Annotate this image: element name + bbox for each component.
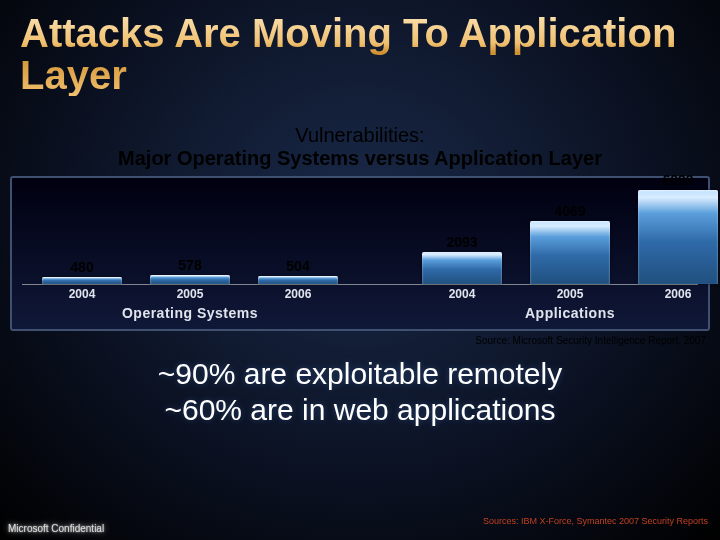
bar: 480 <box>42 277 122 284</box>
bar-value-label: 4069 <box>530 203 610 219</box>
bar-value-label: 6099 <box>638 172 718 188</box>
source-bottom: Sources: IBM X-Force, Symantec 2007 Secu… <box>483 516 708 526</box>
bar: 2093 <box>422 252 502 284</box>
x-tick-label: 2006 <box>258 287 338 301</box>
bar: 4069 <box>530 221 610 284</box>
bar: 578 <box>150 275 230 284</box>
bar-value-label: 480 <box>42 259 122 275</box>
group-label-apps: Applications <box>422 305 718 321</box>
chart-source-top: Source: Microsoft Security Intelligence … <box>0 335 706 346</box>
bar-rect <box>258 276 338 284</box>
bar-rect <box>638 190 718 284</box>
confidential-label: Microsoft Confidential <box>8 523 104 534</box>
bar-rect <box>42 277 122 284</box>
chart-title-line1: Vulnerabilities: <box>0 124 720 147</box>
x-tick-label: 2004 <box>42 287 122 301</box>
x-tick-label: 2006 <box>638 287 718 301</box>
chart-group-labels: Operating SystemsApplications <box>22 305 698 325</box>
chart-plot-area: 480578504209340696099 <box>22 184 698 285</box>
group-label-os: Operating Systems <box>42 305 338 321</box>
bar-rect <box>422 252 502 284</box>
x-tick-label: 2005 <box>530 287 610 301</box>
bar-rect <box>150 275 230 284</box>
bar-rect <box>530 221 610 284</box>
slide-title: Attacks Are Moving To Application Layer <box>0 0 720 96</box>
chart-x-labels: 200420052006200420052006 <box>22 285 698 305</box>
callout-2: ~60% are in web applications <box>0 392 720 428</box>
callouts: ~90% are exploitable remotely ~60% are i… <box>0 356 720 428</box>
x-tick-label: 2005 <box>150 287 230 301</box>
bar: 504 <box>258 276 338 284</box>
bar-value-label: 504 <box>258 258 338 274</box>
chart-title-line2: Major Operating Systems versus Applicati… <box>0 147 720 170</box>
chart-box: 480578504209340696099 200420052006200420… <box>10 176 710 331</box>
chart-title: Vulnerabilities: Major Operating Systems… <box>0 124 720 170</box>
x-tick-label: 2004 <box>422 287 502 301</box>
bar: 6099 <box>638 190 718 284</box>
bar-value-label: 578 <box>150 257 230 273</box>
callout-1: ~90% are exploitable remotely <box>0 356 720 392</box>
bar-value-label: 2093 <box>422 234 502 250</box>
